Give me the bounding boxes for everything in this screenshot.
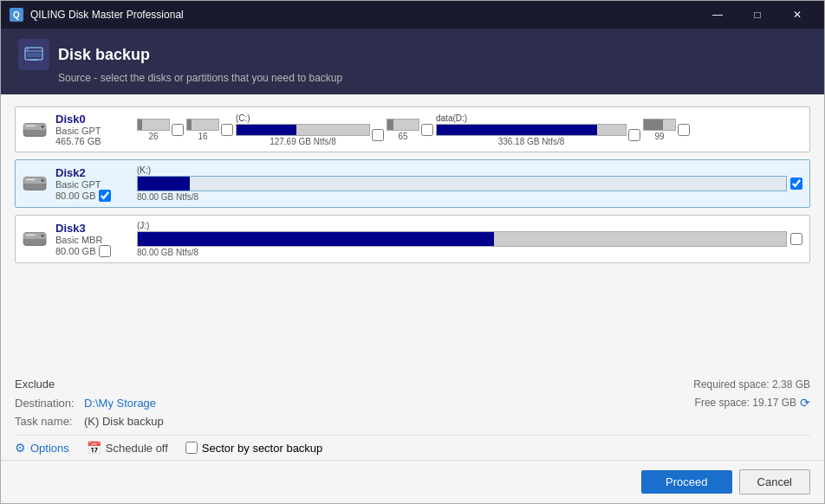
schedule-item[interactable]: 📅 Schedule off: [87, 441, 168, 455]
gear-icon: ⚙: [15, 441, 26, 455]
disk0-part2: 16: [186, 119, 233, 141]
disk0-part6: 99: [643, 119, 690, 141]
proceed-button[interactable]: Proceed: [641, 470, 731, 494]
schedule-label: Schedule off: [106, 442, 168, 455]
maximize-button[interactable]: □: [737, 1, 777, 29]
disk0-partitions: 26 16: [137, 113, 802, 146]
disk0-part2-checkbox[interactable]: [221, 124, 233, 136]
disk-card-disk2: Disk2 Basic GPT 80.00 GB (K:): [15, 159, 810, 208]
svg-point-17: [41, 235, 44, 238]
disk-card-disk0: Disk0 Basic GPT 465.76 GB 26: [15, 107, 810, 152]
svg-text:Q: Q: [13, 10, 20, 20]
close-button[interactable]: ✕: [777, 1, 817, 29]
required-space: Required space: 2.38 GB: [693, 378, 810, 391]
disk2-icon: [23, 174, 49, 193]
app-title: QILING Disk Master Professional: [30, 9, 698, 21]
disk-card-disk3: Disk3 Basic MBR 80.00 GB (J:): [15, 215, 810, 263]
disk3-type: Basic MBR: [55, 235, 133, 245]
sector-backup-wrap: Sector by sector backup: [185, 442, 322, 455]
disk0-name: Disk0: [55, 113, 133, 126]
cancel-button[interactable]: Cancel: [739, 469, 810, 494]
free-space-wrap: Free space: 19.17 GB ⟳: [695, 396, 810, 410]
svg-rect-10: [26, 125, 36, 126]
exclude-row: Exclude Required space: 2.38 GB: [15, 378, 810, 391]
free-space-text: Free space: 19.17 GB: [695, 397, 796, 409]
disk0-part-d: data(D:) 336.18 GB Ntfs/8: [436, 113, 640, 146]
disk3-part-j-checkbox[interactable]: [790, 233, 802, 245]
disk3-row: Disk3 Basic MBR 80.00 GB (J:): [23, 221, 802, 257]
disk0-part4: 65: [387, 119, 433, 141]
disk3-size: 80.00 GB: [55, 246, 95, 256]
page-subtitle: Source - select the disks or partitions …: [18, 72, 807, 84]
task-row: Task name: (K) Disk backup: [15, 415, 810, 428]
disk3-icon: [23, 229, 49, 249]
disk2-row: Disk2 Basic GPT 80.00 GB (K:): [23, 165, 802, 202]
window-controls: — □ ✕: [698, 1, 817, 29]
svg-rect-14: [26, 179, 36, 181]
options-row: ⚙ Options 📅 Schedule off Sector by secto…: [15, 435, 810, 460]
destination-value[interactable]: D:\My Storage: [84, 397, 695, 410]
title-bar: Q QILING Disk Master Professional — □ ✕: [1, 1, 824, 29]
disk0-part6-checkbox[interactable]: [678, 124, 690, 136]
disk3-partitions: (J:) 80.00 GB Ntfs/8: [137, 221, 802, 257]
page-title: Disk backup: [58, 46, 150, 64]
minimize-button[interactable]: —: [698, 1, 737, 29]
footer: Proceed Cancel: [1, 460, 824, 503]
svg-point-9: [41, 125, 44, 128]
bottom-section: Exclude Required space: 2.38 GB Destinat…: [1, 371, 824, 460]
disk0-part1: 26: [137, 119, 184, 141]
disk0-part-c: (C:) 127.69 GB Ntfs/8: [236, 113, 384, 146]
task-label: Task name:: [15, 415, 84, 428]
svg-rect-18: [26, 235, 36, 236]
calendar-icon: 📅: [87, 441, 101, 455]
svg-point-4: [27, 48, 29, 50]
disk3-checkbox[interactable]: [99, 245, 111, 257]
sector-backup-checkbox[interactable]: [185, 442, 198, 454]
disk3-info: Disk3 Basic MBR 80.00 GB: [55, 222, 133, 257]
options-item[interactable]: ⚙ Options: [15, 441, 69, 455]
task-value: (K) Disk backup: [84, 415, 164, 428]
exclude-link[interactable]: Exclude: [15, 378, 55, 391]
disk2-checkbox[interactable]: [99, 190, 111, 202]
disk2-name: Disk2: [55, 166, 133, 179]
disk2-partitions: (K:) 80.00 GB Ntfs/8: [137, 165, 802, 202]
svg-point-13: [41, 179, 44, 183]
disk2-size: 80.00 GB: [55, 191, 95, 201]
disk0-part4-checkbox[interactable]: [421, 124, 433, 136]
sector-backup-label: Sector by sector backup: [202, 442, 322, 455]
disk0-icon: [23, 120, 49, 139]
app-icon: Q: [8, 6, 25, 23]
disk0-part-d-checkbox[interactable]: [628, 129, 640, 141]
disk2-info: Disk2 Basic GPT 80.00 GB: [55, 166, 133, 202]
disk0-type: Basic GPT: [55, 126, 133, 136]
disk2-part-k-checkbox[interactable]: [790, 178, 802, 190]
main-window: Q QILING Disk Master Professional — □ ✕ …: [0, 0, 825, 504]
options-label: Options: [30, 442, 69, 455]
refresh-icon[interactable]: ⟳: [800, 396, 810, 410]
disk0-part1-checkbox[interactable]: [172, 124, 184, 136]
disk0-size: 465.76 GB: [55, 136, 133, 146]
disk3-name: Disk3: [55, 222, 133, 235]
disk0-part-c-checkbox[interactable]: [372, 129, 384, 141]
disk0-row: Disk0 Basic GPT 465.76 GB 26: [23, 113, 802, 146]
svg-rect-5: [27, 53, 41, 57]
header-icon: [18, 39, 49, 70]
header: Disk backup Source - select the disks or…: [1, 29, 824, 94]
disk0-info: Disk0 Basic GPT 465.76 GB: [55, 113, 133, 146]
destination-label: Destination:: [15, 397, 84, 410]
destination-row: Destination: D:\My Storage Free space: 1…: [15, 396, 810, 410]
disk2-type: Basic GPT: [55, 179, 133, 190]
destination-left: Destination: D:\My Storage: [15, 397, 695, 410]
disk-list: Disk0 Basic GPT 465.76 GB 26: [1, 94, 824, 371]
